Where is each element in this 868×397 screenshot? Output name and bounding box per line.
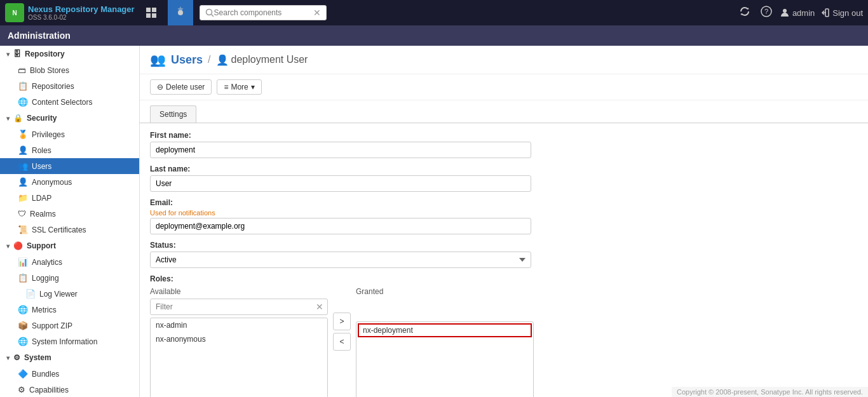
sidebar-item-ldap[interactable]: 📁 LDAP <box>0 190 139 206</box>
sidebar-item-system-info[interactable]: 🌐 System Information <box>0 333 139 349</box>
more-button[interactable]: ≡ More ▾ <box>217 79 261 95</box>
email-input[interactable] <box>150 218 531 234</box>
admin-header: Administration <box>0 25 868 46</box>
svg-rect-11 <box>825 9 829 17</box>
security-icon: 🔒 <box>13 114 23 123</box>
delete-icon: ⊖ <box>157 83 163 91</box>
transfer-right-button[interactable]: > <box>333 313 351 330</box>
arrow-icon: ▾ <box>6 354 10 361</box>
list-item[interactable]: nx-deployment <box>358 323 532 337</box>
app-version: OSS 3.6.0-02 <box>28 14 135 21</box>
status-label: Status: <box>150 241 858 250</box>
username: admin <box>792 8 815 18</box>
sidebar-section-header-system[interactable]: ▾ ⚙ System <box>0 349 139 366</box>
refresh-button[interactable] <box>736 3 753 23</box>
sidebar-item-label-logging: Logging <box>32 274 59 283</box>
toolbar: ⊖ Delete user ≡ More ▾ <box>140 74 868 100</box>
filter-clear-button[interactable]: ✕ <box>312 299 327 314</box>
svg-point-10 <box>783 9 787 13</box>
breadcrumb-current-icon: 👤 <box>216 54 229 66</box>
admin-header-label: Administration <box>8 30 71 41</box>
users-icon: 👥 <box>18 161 28 171</box>
status-select[interactable]: Active Disabled <box>150 252 531 268</box>
settings-tab[interactable]: Settings <box>150 105 196 123</box>
sidebar-item-bundles[interactable]: 🔷 Bundles <box>0 366 139 382</box>
list-item[interactable]: nx-admin <box>151 318 327 332</box>
signout-button[interactable]: Sign out <box>820 8 863 18</box>
breadcrumb-icon: 👥 <box>150 52 166 67</box>
roles-filter-input[interactable] <box>151 300 312 314</box>
ssl-icon: 📜 <box>18 225 28 234</box>
sidebar-item-metrics[interactable]: 🌐 Metrics <box>0 302 139 318</box>
system-info-icon: 🌐 <box>18 337 28 346</box>
search-input[interactable] <box>214 8 313 17</box>
firstname-input[interactable] <box>150 142 531 158</box>
help-button[interactable]: ? <box>758 3 775 23</box>
ldap-icon: 📁 <box>18 193 28 203</box>
roles-filter-box[interactable]: ✕ <box>150 299 328 315</box>
sidebar-item-label-roles: Roles <box>32 146 51 155</box>
granted-column: Granted nx-deployment <box>356 287 534 397</box>
roles-section: Roles: Available ✕ nx-admin nx-anonymous <box>150 274 858 397</box>
sidebar-item-label-bundles: Bundles <box>32 370 59 379</box>
sidebar-item-label-system-info: System Information <box>32 337 97 346</box>
sidebar-section-header-support[interactable]: ▾ 🔴 Support <box>0 238 139 254</box>
sidebar-item-privileges[interactable]: 🏅 Privileges <box>0 126 139 142</box>
email-hint: Used for notifications <box>150 209 858 217</box>
realms-icon: 🛡 <box>18 209 26 219</box>
sidebar-item-realms[interactable]: 🛡 Realms <box>0 206 139 222</box>
status-group: Status: Active Disabled <box>150 241 858 268</box>
sidebar-item-analytics[interactable]: 📊 Analytics <box>0 254 139 270</box>
more-arrow-icon: ▾ <box>251 83 255 91</box>
svg-rect-4 <box>146 13 151 18</box>
delete-user-button[interactable]: ⊖ Delete user <box>150 79 212 95</box>
roles-columns: Available ✕ nx-admin nx-anonymous > <box>150 287 858 397</box>
sidebar-item-label-support-zip: Support ZIP <box>32 321 72 330</box>
breadcrumb-current-label: deployment User <box>231 54 308 65</box>
sidebar-item-log-viewer[interactable]: 📄 Log Viewer <box>0 286 139 302</box>
email-group: Email: Used for notifications <box>150 198 858 234</box>
firstname-group: First name: <box>150 131 858 158</box>
sidebar-item-blob-stores[interactable]: 🗃 Blob Stores <box>0 62 139 78</box>
breadcrumb-link[interactable]: Users <box>171 53 203 67</box>
delete-label: Delete user <box>166 83 205 91</box>
sidebar-section-security: ▾ 🔒 Security 🏅 Privileges 👤 Roles 👥 User… <box>0 110 139 238</box>
available-label: Available <box>150 287 328 296</box>
sidebar-item-ssl-certs[interactable]: 📜 SSL Certificates <box>0 222 139 238</box>
sidebar-item-repositories[interactable]: 📋 Repositories <box>0 78 139 94</box>
sidebar-section-system: ▾ ⚙ System 🔷 Bundles ⚙ Capabilities ✉ Em… <box>0 349 139 397</box>
sidebar-item-users[interactable]: 👥 Users <box>0 158 139 174</box>
signout-icon <box>820 8 830 18</box>
lastname-input[interactable] <box>150 175 531 192</box>
lastname-group: Last name: <box>150 165 858 192</box>
sidebar-item-roles[interactable]: 👤 Roles <box>0 142 139 158</box>
log-viewer-icon: 📄 <box>25 289 36 299</box>
svg-text:?: ? <box>764 8 768 15</box>
svg-text:N: N <box>12 10 17 17</box>
sidebar-section-header-security[interactable]: ▾ 🔒 Security <box>0 110 139 126</box>
sidebar-item-logging[interactable]: 📋 Logging <box>0 270 139 286</box>
breadcrumb-separator: / <box>208 54 210 65</box>
sidebar-section-header-repository[interactable]: ▾ 🗄 Repository <box>0 46 139 62</box>
nav-settings-button[interactable] <box>168 0 193 25</box>
sidebar-item-anonymous[interactable]: 👤 Anonymous <box>0 174 139 190</box>
search-box[interactable]: ✕ <box>200 5 327 20</box>
transfer-left-button[interactable]: < <box>333 333 351 351</box>
sidebar-item-label-log-viewer: Log Viewer <box>39 290 78 299</box>
list-item[interactable]: nx-anonymous <box>151 332 327 346</box>
sidebar-item-content-selectors[interactable]: 🌐 Content Selectors <box>0 94 139 110</box>
sidebar-item-support-zip[interactable]: 📦 Support ZIP <box>0 318 139 333</box>
sidebar-item-label-users: Users <box>32 162 51 171</box>
svg-line-7 <box>211 15 214 17</box>
blob-stores-icon: 🗃 <box>18 65 26 75</box>
topbar: N Nexus Repository Manager OSS 3.6.0-02 … <box>0 0 868 25</box>
email-label: Email: <box>150 198 858 207</box>
user-info: admin <box>780 8 815 18</box>
search-clear-button[interactable]: ✕ <box>313 8 321 18</box>
arrow-icon: ▾ <box>6 51 10 58</box>
sidebar-section-label-security: Security <box>27 114 57 123</box>
sidebar-item-capabilities[interactable]: ⚙ Capabilities <box>0 382 139 397</box>
nav-browse-button[interactable] <box>139 0 164 25</box>
sidebar-section-repository: ▾ 🗄 Repository 🗃 Blob Stores 📋 Repositor… <box>0 46 139 110</box>
sidebar-section-label-support: Support <box>27 241 56 250</box>
